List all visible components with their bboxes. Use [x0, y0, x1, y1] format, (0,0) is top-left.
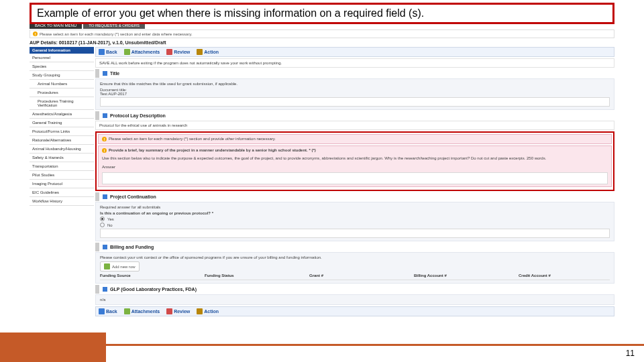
back-button[interactable]: Back [99, 49, 117, 55]
continuation-input[interactable] [100, 229, 610, 238]
content-area: Back Attachments Review Action SAVE ALL … [95, 47, 614, 318]
section-billing-label: Billing and Funding [110, 245, 154, 249]
review-label: Review [174, 50, 190, 54]
attachments-button[interactable]: Attachments [124, 308, 160, 314]
add-row-label: Add new row [112, 265, 136, 269]
nav-procedures[interactable]: Procedures [30, 88, 94, 97]
collapse-icon [103, 245, 107, 249]
radio-no-row[interactable]: No [100, 223, 610, 227]
nav-anesthetics[interactable]: Anesthetics/Analgesia [30, 110, 94, 119]
glp-na: n/a [100, 298, 105, 302]
radio-no[interactable] [100, 223, 105, 227]
lay-subhead: Protocol for the ethical use of animals … [95, 121, 614, 130]
back-icon [99, 308, 105, 314]
attachments-label: Attachments [131, 50, 160, 54]
continuation-question: Is this a continuation of an ongoing or … [100, 211, 610, 215]
back-icon [99, 49, 105, 55]
nav-general-training[interactable]: General Training [30, 119, 94, 127]
title-hint: Ensure that this title matches the title… [100, 82, 610, 86]
global-warning-bar: ! Please select an item for each mandato… [30, 29, 614, 38]
nav-pilot[interactable]: Pilot Studies [30, 171, 94, 180]
nav-procedures-training[interactable]: Procedures Training Verification [30, 97, 94, 110]
section-lay-header[interactable]: Protocol Lay Description [95, 111, 614, 120]
add-row-button[interactable]: Add new row [100, 261, 140, 272]
review-button[interactable]: Review [166, 308, 190, 314]
attachments-icon [124, 49, 130, 55]
col-credit-acct: Credit Account # [519, 274, 610, 278]
warning-icon: ! [102, 148, 107, 153]
app-screenshot: BACK TO MAIN MENU TO REQUESTS & ORDERS !… [30, 22, 614, 326]
section-title-label: Title [110, 71, 119, 76]
radio-yes-row[interactable]: Yes [100, 217, 610, 221]
callout-banner: Example of error you get when there is m… [30, 3, 614, 24]
section-title-header[interactable]: Title [95, 69, 614, 78]
nav-protocol-forms[interactable]: Protocol/Forms Links [30, 127, 94, 136]
review-icon [166, 308, 172, 314]
collapse-icon [103, 71, 107, 76]
error-hint: Use this section below also to indicate … [102, 156, 608, 160]
back-label: Back [106, 309, 117, 314]
back-label: Back [106, 50, 117, 54]
col-grant: Grant # [309, 274, 400, 278]
section-lay-label: Protocol Lay Description [110, 113, 166, 118]
title-input[interactable] [100, 97, 610, 107]
col-funding-status: Funding Status [205, 274, 296, 278]
review-label: Review [174, 309, 190, 314]
nav-imaging[interactable]: Imaging Protocol [30, 180, 94, 188]
attachments-label: Attachments [131, 309, 160, 314]
error-question-block: ! Provide a brief, lay summary of the pr… [98, 145, 612, 187]
section-glp-header[interactable]: GLP (Good Laboratory Practices, FDA) [95, 285, 614, 294]
continuation-body: Required answer for all submittals Is th… [95, 202, 614, 241]
nav-study-grouping[interactable]: Study Grouping [30, 71, 94, 80]
action-button[interactable]: Action [197, 308, 219, 314]
back-button[interactable]: Back [99, 308, 117, 314]
footer-bar [0, 333, 106, 362]
nav-eic[interactable]: EIC Guidelines [30, 188, 94, 197]
section-billing-header[interactable]: Billing and Funding [95, 243, 614, 251]
section-glp-label: GLP (Good Laboratory Practices, FDA) [110, 287, 197, 292]
nav-safety[interactable]: Safety & Hazards [30, 154, 94, 162]
nav-personnel[interactable]: Personnel [30, 54, 94, 62]
nav-species[interactable]: Species [30, 62, 94, 71]
title-body: Ensure that this title matches the title… [95, 78, 614, 110]
plus-icon [104, 263, 110, 269]
collapse-icon [103, 113, 107, 118]
action-button[interactable]: Action [197, 49, 219, 55]
action-icon [197, 308, 203, 314]
continuation-required: Required answer for all submittals [100, 205, 610, 209]
attachments-icon [124, 308, 130, 314]
sidebar-header: General Information [30, 47, 94, 54]
review-icon [166, 49, 172, 55]
billing-body: Please contact your unit contact or the … [95, 252, 614, 284]
col-billing-acct: Billing Account # [414, 274, 505, 278]
error-bar-text: Please select an item for each mandatory… [109, 137, 276, 141]
attachments-button[interactable]: Attachments [124, 49, 160, 55]
nav-husbandry[interactable]: Animal Husbandry/Housing [30, 145, 94, 154]
review-button[interactable]: Review [166, 49, 190, 55]
radio-yes[interactable] [100, 217, 105, 221]
collapse-icon [103, 194, 107, 199]
doc-title-value: Test AUP-2017 [100, 92, 610, 96]
col-funding-source: Funding Source [100, 274, 191, 278]
collapse-icon [103, 287, 107, 292]
answer-label: Answer [102, 165, 608, 169]
page-number: 11 [626, 349, 635, 358]
sidebar: General Information Personnel Species St… [30, 47, 94, 206]
lay-answer-input[interactable] [102, 172, 608, 184]
nav-transportation[interactable]: Transportation [30, 162, 94, 171]
global-warning-text: Please select an item for each mandatory… [40, 32, 193, 36]
action-label: Action [204, 309, 219, 314]
billing-hint: Please contact your unit contact or the … [100, 255, 610, 259]
nav-rationale[interactable]: Rationale/Alternatives [30, 136, 94, 145]
warning-icon: ! [102, 137, 107, 141]
error-question-text: Provide a brief, lay summary of the proj… [109, 148, 316, 153]
action-label: Action [204, 50, 219, 54]
error-highlight-box: ! Please select an item for each mandato… [95, 131, 614, 191]
glp-body: n/a [95, 294, 614, 305]
nav-animal-numbers[interactable]: Animal Numbers [30, 80, 94, 88]
save-note: SAVE ALL work before exiting if the prog… [95, 58, 614, 68]
toolbar-top: Back Attachments Review Action [95, 47, 614, 57]
warning-icon: ! [33, 32, 38, 36]
nav-workflow[interactable]: Workflow History [30, 197, 94, 206]
section-continuation-header[interactable]: Project Continuation [95, 192, 614, 201]
